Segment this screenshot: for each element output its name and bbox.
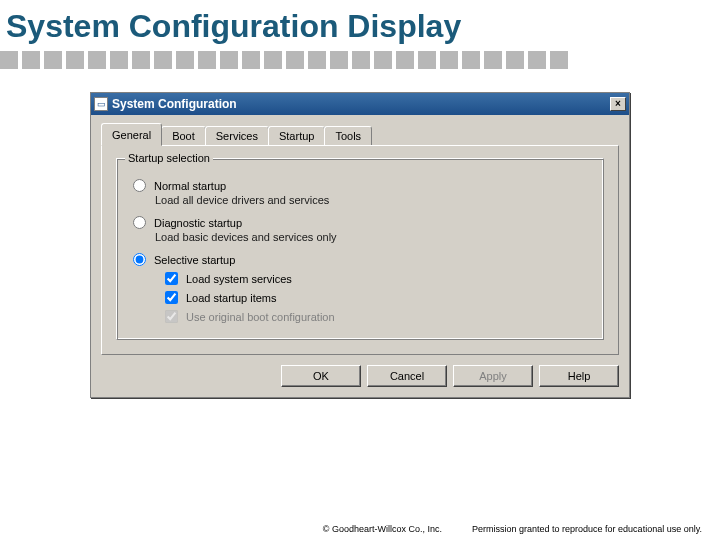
check-use-original-boot-row: Use original boot configuration (165, 310, 591, 323)
tab-startup[interactable]: Startup (268, 126, 325, 145)
window-client-area: General Boot Services Startup Tools Star… (91, 115, 629, 397)
check-load-system-services-label: Load system services (186, 273, 292, 285)
slide-title: System Configuration Display (0, 0, 720, 49)
check-load-system-services[interactable] (165, 272, 178, 285)
cancel-button[interactable]: Cancel (367, 365, 447, 387)
system-icon: ▭ (94, 97, 108, 111)
footer-copyright: © Goodheart-Willcox Co., Inc. (323, 524, 442, 534)
tab-panel-general: Startup selection Normal startup Load al… (101, 145, 619, 355)
window-title: System Configuration (112, 97, 610, 111)
radio-normal-startup-label: Normal startup (154, 180, 226, 192)
radio-diagnostic-startup-label: Diagnostic startup (154, 217, 242, 229)
decorative-squares (0, 51, 720, 69)
selective-startup-options: Load system services Load startup items … (165, 272, 591, 323)
radio-diagnostic-startup-desc: Load basic devices and services only (155, 231, 591, 243)
footer-permission: Permission granted to reproduce for educ… (472, 524, 702, 534)
radio-diagnostic-startup-row[interactable]: Diagnostic startup (133, 216, 591, 229)
check-load-startup-items-label: Load startup items (186, 292, 277, 304)
startup-selection-group: Startup selection Normal startup Load al… (116, 158, 604, 340)
radio-selective-startup-row[interactable]: Selective startup (133, 253, 591, 266)
radio-normal-startup-desc: Load all device drivers and services (155, 194, 591, 206)
tab-boot[interactable]: Boot (161, 126, 206, 145)
close-button[interactable]: × (610, 97, 626, 111)
slide-footer: © Goodheart-Willcox Co., Inc. Permission… (0, 524, 720, 534)
tab-strip: General Boot Services Startup Tools (101, 123, 619, 145)
apply-button: Apply (453, 365, 533, 387)
group-legend: Startup selection (125, 152, 213, 164)
radio-normal-startup-row[interactable]: Normal startup (133, 179, 591, 192)
radio-diagnostic-startup[interactable] (133, 216, 146, 229)
ok-button[interactable]: OK (281, 365, 361, 387)
check-load-startup-items-row[interactable]: Load startup items (165, 291, 591, 304)
tab-tools[interactable]: Tools (324, 126, 372, 145)
titlebar: ▭ System Configuration × (91, 93, 629, 115)
tab-services[interactable]: Services (205, 126, 269, 145)
radio-selective-startup[interactable] (133, 253, 146, 266)
check-load-system-services-row[interactable]: Load system services (165, 272, 591, 285)
check-load-startup-items[interactable] (165, 291, 178, 304)
check-use-original-boot-label: Use original boot configuration (186, 311, 335, 323)
radio-selective-startup-label: Selective startup (154, 254, 235, 266)
help-button[interactable]: Help (539, 365, 619, 387)
check-use-original-boot (165, 310, 178, 323)
system-configuration-window: ▭ System Configuration × General Boot Se… (90, 92, 630, 398)
radio-normal-startup[interactable] (133, 179, 146, 192)
tab-general[interactable]: General (101, 123, 162, 146)
dialog-buttons: OK Cancel Apply Help (101, 365, 619, 387)
